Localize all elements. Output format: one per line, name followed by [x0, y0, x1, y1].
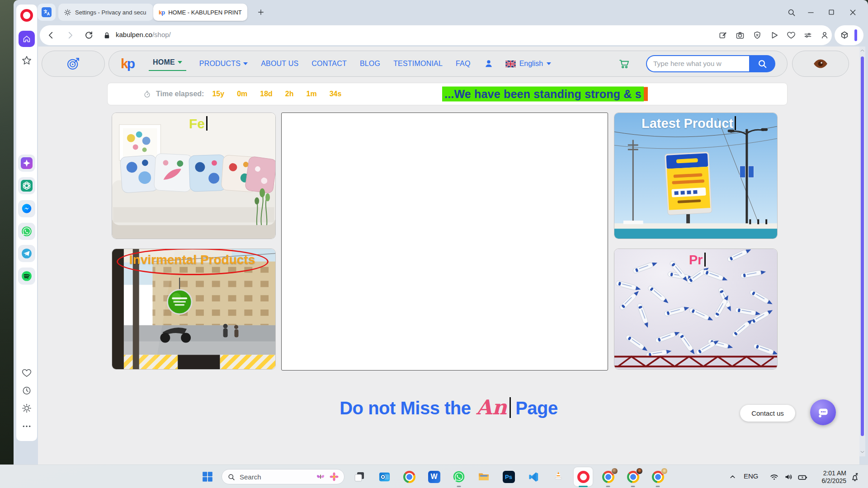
tab-home-kabulpen[interactable]: kp HOME - KABULPEN PRINT [153, 4, 247, 21]
chrome-profile-3-app[interactable] [651, 469, 665, 484]
opera-app[interactable] [576, 469, 590, 484]
plus-icon [257, 8, 265, 16]
reload-icon[interactable] [84, 30, 94, 40]
aria-ai-button[interactable] [18, 155, 35, 172]
nav-testimonial[interactable]: TESTIMONIAL [393, 60, 443, 68]
page-scrollbar[interactable] [859, 47, 865, 456]
scroll-down-icon[interactable] [859, 449, 865, 455]
vlc-app[interactable] [551, 469, 566, 484]
chrome-app[interactable] [402, 469, 416, 484]
back-icon[interactable] [46, 30, 56, 40]
task-view-button[interactable] [352, 469, 367, 484]
chrome-profile-1-app[interactable] [601, 469, 615, 484]
nav-faq[interactable]: FAQ [456, 60, 471, 68]
maximize-button[interactable] [825, 6, 838, 18]
close-button[interactable] [846, 6, 859, 18]
wifi-icon[interactable] [769, 472, 779, 482]
card-pens[interactable]: Pr [614, 249, 778, 370]
shield-blocker-icon[interactable] [753, 31, 762, 40]
vscode-app[interactable] [526, 469, 541, 484]
address-bar: kabulpen.co/shop/ [40, 25, 832, 45]
spotify-button[interactable] [18, 267, 35, 285]
site-logo[interactable]: kp [121, 56, 134, 71]
minimize-button[interactable] [804, 6, 817, 18]
running-indicator [631, 486, 635, 487]
word-app[interactable]: W [427, 469, 441, 484]
site-search-input[interactable] [646, 55, 749, 72]
outlook-icon [378, 471, 391, 483]
header-target-pill[interactable] [42, 51, 105, 77]
outlook-app[interactable] [377, 469, 392, 484]
url-path: /shop/ [152, 31, 171, 38]
header-eye-pill[interactable] [792, 51, 849, 77]
scrollbar-thumb[interactable] [861, 56, 864, 436]
chrome-profile-2-app[interactable] [626, 469, 640, 484]
bookmark-heart-icon[interactable] [787, 31, 796, 40]
photoshop-app[interactable]: Ps [501, 469, 516, 484]
tray-expand-icon[interactable] [729, 473, 736, 481]
extension-cube-icon[interactable] [840, 31, 849, 40]
nav-contact[interactable]: CONTACT [311, 60, 347, 68]
chat-widget-button[interactable] [810, 399, 836, 425]
file-explorer-app[interactable] [476, 469, 491, 484]
snapshot-camera-icon[interactable] [736, 31, 745, 40]
folder-icon [477, 470, 490, 483]
speed-dial-button[interactable] [19, 31, 35, 47]
contact-us-button[interactable]: Contact us [740, 405, 795, 422]
sidebar-more-button[interactable] [22, 421, 32, 432]
card-typing-title: Fe [189, 116, 208, 131]
chatgpt-button[interactable] [18, 177, 35, 194]
pinned-tab-translate[interactable] [38, 4, 56, 21]
nav-blog[interactable]: BLOG [360, 60, 380, 68]
battery-icon[interactable] [797, 472, 808, 483]
sidebar-toggle-bar-icon[interactable] [854, 29, 857, 41]
volume-icon[interactable] [784, 472, 793, 482]
opera-logo-icon[interactable] [20, 9, 33, 22]
maximize-icon [827, 8, 835, 16]
info-bar: Time elapsed: 15y0m18d2h1m34s ...We have… [107, 83, 788, 105]
url-host: kabulpen.co [116, 31, 152, 38]
site-header: kp HOME PRODUCTS ABOUT US CONTACT BLOG T… [108, 51, 788, 77]
scroll-up-icon[interactable] [859, 47, 865, 54]
whatsapp-button[interactable] [18, 223, 35, 240]
dartboard-icon [66, 56, 80, 71]
telegram-button[interactable] [18, 245, 35, 262]
start-button[interactable] [202, 471, 213, 484]
notification-bell-icon[interactable] [850, 472, 860, 482]
account-icon[interactable] [484, 59, 494, 69]
uk-flag-icon [505, 61, 516, 67]
whatsapp-app[interactable] [452, 469, 466, 484]
chatgpt-icon [21, 180, 33, 192]
profile-icon[interactable] [820, 31, 829, 40]
tray-clock[interactable]: 2:01 AM 6/2/2025 [812, 469, 846, 485]
send-to-device-icon[interactable] [770, 31, 779, 40]
sidebar-history-button[interactable] [22, 385, 32, 396]
messenger-button[interactable] [18, 200, 35, 217]
card-latest-product[interactable]: Latest Product [614, 113, 778, 239]
taskbar-search[interactable]: Search [222, 469, 344, 484]
chrome-icon [403, 471, 415, 483]
tab-settings[interactable]: Settings - Privacy and secu [58, 4, 153, 21]
nav-home[interactable]: HOME [149, 56, 186, 71]
sidebar-favorites-button[interactable] [22, 368, 32, 378]
chat-bubble-icon [816, 406, 830, 419]
sidebar-settings-button[interactable] [22, 403, 32, 413]
cart-icon[interactable] [618, 57, 631, 70]
language-label: English [519, 60, 543, 68]
nav-about-us[interactable]: ABOUT US [261, 60, 298, 68]
opera-icon [577, 471, 590, 483]
nav-products[interactable]: PRODUCTS [199, 60, 248, 68]
card-featured-pillows[interactable]: Fe [112, 113, 276, 239]
edit-page-icon[interactable] [718, 31, 727, 40]
card-environmental[interactable]: Invirmental Products [112, 249, 276, 370]
language-selector[interactable]: English [505, 60, 551, 68]
reader-tune-icon[interactable] [803, 31, 812, 40]
input-language-indicator[interactable]: ENG [744, 472, 759, 480]
browser-search-button[interactable] [785, 6, 797, 18]
new-tab-button[interactable] [255, 7, 266, 18]
site-search-button[interactable] [749, 55, 775, 72]
url-field[interactable]: kabulpen.co/shop/ [116, 31, 171, 38]
home-icon [22, 34, 32, 44]
forward-icon[interactable] [65, 30, 75, 40]
bookmarks-button[interactable] [21, 55, 33, 66]
